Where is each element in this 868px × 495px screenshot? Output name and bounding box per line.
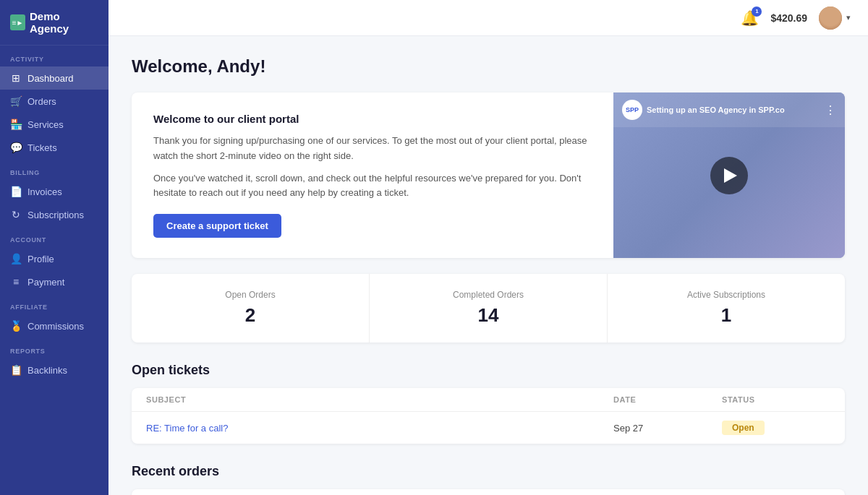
sidebar-item-services[interactable]: 🏪Services (0, 113, 109, 136)
services-label: Services (27, 119, 64, 130)
stats-row: Open Orders2Completed Orders14Active Sub… (132, 274, 845, 343)
ticket-subject[interactable]: RE: Time for a call? (146, 423, 613, 434)
notification-badge: 1 (752, 7, 762, 17)
tickets-col-date: DATE (613, 395, 722, 404)
video-logo: SPP Setting up an SEO Agency in SPP.co (622, 100, 785, 120)
tickets-row: RE: Time for a call?Sep 27Open (132, 412, 845, 444)
invoices-label: Invoices (27, 186, 62, 197)
video-top-bar: SPP Setting up an SEO Agency in SPP.co ⋮ (613, 92, 845, 127)
logo-icon: ≡► (10, 14, 25, 30)
tickets-col-status: STATUS (722, 395, 830, 404)
avatar-image (819, 7, 842, 30)
sidebar-section-billing: BILLING (0, 159, 109, 180)
page-title: Welcome, Andy! (132, 56, 845, 77)
logo: ≡► Demo Agency (0, 0, 109, 46)
avatar[interactable] (819, 7, 842, 30)
orders-header-row: ORDERTITLEPAID ▼COMPLETEDSTATUS (132, 489, 845, 495)
video-menu-icon[interactable]: ⋮ (825, 103, 836, 117)
user-menu-caret[interactable]: ▾ (846, 13, 851, 22)
subscriptions-label: Subscriptions (27, 210, 84, 220)
welcome-card: Welcome to our client portal Thank you f… (132, 92, 845, 258)
orders-icon: 🛒 (10, 95, 22, 107)
sidebar-item-orders[interactable]: 🛒Orders (0, 90, 109, 113)
commissions-icon: 🏅 (10, 320, 22, 332)
topbar: 🔔 1 $420.69 ▾ (109, 0, 868, 36)
stat-open-orders: Open Orders2 (132, 274, 370, 343)
account-balance: $420.69 (770, 12, 807, 24)
services-icon: 🏪 (10, 119, 22, 130)
backlinks-icon: 📋 (10, 364, 22, 376)
tickets-col-subject: SUBJECT (146, 395, 613, 404)
sidebar-section-reports: REPORTS (0, 337, 109, 358)
ticket-status: Open (722, 421, 830, 435)
commissions-label: Commissions (27, 321, 84, 332)
sidebar-item-invoices[interactable]: 📄Invoices (0, 180, 109, 203)
video-title: Setting up an SEO Agency in SPP.co (647, 106, 785, 114)
video-logo-badge: SPP (622, 100, 642, 120)
content-area: Welcome, Andy! Welcome to our client por… (109, 36, 868, 495)
dashboard-icon: ⊞ (10, 72, 22, 84)
tickets-icon: 💬 (10, 142, 22, 153)
main-area: 🔔 1 $420.69 ▾ Welcome, Andy! Welcome to … (109, 0, 868, 495)
stat-completed-orders: Completed Orders14 (370, 274, 608, 343)
welcome-para1: Thank you for signing up/purchasing one … (153, 134, 592, 164)
logo-text: Demo Agency (30, 10, 98, 35)
create-ticket-button[interactable]: Create a support ticket (153, 214, 281, 238)
welcome-para2: Once you've watched it, scroll down, and… (153, 171, 592, 202)
sidebar-item-subscriptions[interactable]: ↻Subscriptions (0, 203, 109, 226)
sidebar-item-payment[interactable]: ≡Payment (0, 270, 109, 293)
tickets-section-title: Open tickets (132, 363, 845, 378)
stat-active-subscriptions: Active Subscriptions1 (608, 274, 845, 343)
invoices-icon: 📄 (10, 186, 22, 197)
payment-icon: ≡ (10, 276, 22, 288)
tickets-table: SUBJECTDATESTATUSRE: Time for a call?Sep… (132, 388, 845, 444)
profile-label: Profile (27, 254, 54, 264)
sidebar: ≡► Demo Agency ACTIVITY⊞Dashboard🛒Orders… (0, 0, 109, 495)
sidebar-section-account: ACCOUNT (0, 226, 109, 247)
dashboard-label: Dashboard (27, 73, 74, 84)
sidebar-item-backlinks[interactable]: 📋Backlinks (0, 358, 109, 382)
orders-label: Orders (27, 96, 56, 107)
sidebar-section-activity: ACTIVITY (0, 46, 109, 66)
payment-label: Payment (27, 277, 64, 288)
subscriptions-icon: ↻ (10, 209, 22, 220)
sidebar-item-profile[interactable]: 👤Profile (0, 247, 109, 270)
sidebar-item-tickets[interactable]: 💬Tickets (0, 136, 109, 159)
orders-table: ORDERTITLEPAID ▼COMPLETEDSTATUSBFCC8A052… (132, 489, 845, 495)
welcome-heading: Welcome to our client portal (153, 113, 592, 125)
tickets-label: Tickets (27, 142, 57, 153)
backlinks-label: Backlinks (27, 365, 67, 376)
sidebar-section-affiliate: AFFILIATE (0, 293, 109, 314)
notifications-bell[interactable]: 🔔 1 (741, 9, 759, 27)
sidebar-item-dashboard[interactable]: ⊞Dashboard (0, 66, 109, 90)
orders-section-title: Recent orders (132, 464, 845, 479)
profile-icon: 👤 (10, 253, 22, 264)
play-button[interactable] (710, 157, 748, 194)
welcome-text-area: Welcome to our client portal Thank you f… (132, 92, 613, 258)
sidebar-item-commissions[interactable]: 🏅Commissions (0, 314, 109, 337)
welcome-video[interactable]: SPP Setting up an SEO Agency in SPP.co ⋮ (613, 92, 845, 258)
tickets-header-row: SUBJECTDATESTATUS (132, 388, 845, 412)
ticket-date: Sep 27 (613, 423, 722, 434)
